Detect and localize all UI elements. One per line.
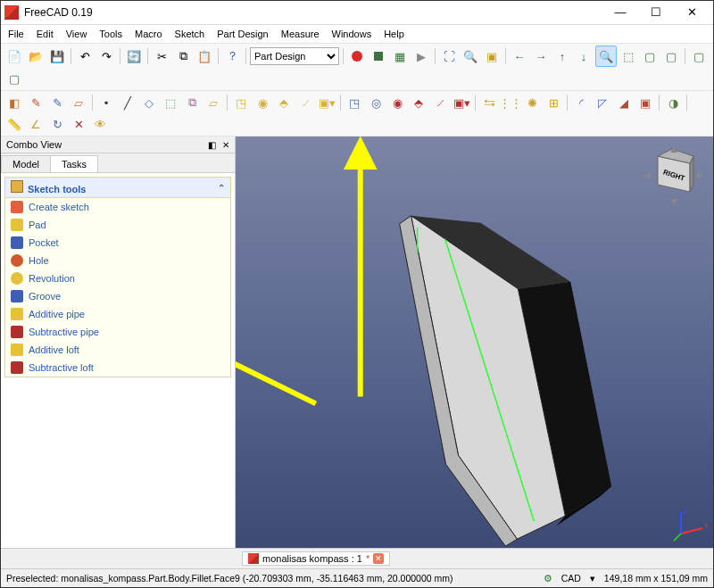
top-view-icon[interactable]: ▢ [661,46,681,66]
iso-view-icon[interactable]: ⬚ [619,46,638,66]
right-view-icon[interactable]: ▢ [689,46,709,66]
menu-edit[interactable]: Edit [31,27,59,41]
workbench-selector[interactable]: Part Design [250,47,339,65]
app-title: FreeCAD 0.19 [24,6,602,19]
fit-all-icon[interactable]: ⛶ [439,46,459,66]
panel-float-icon[interactable]: ◧ [208,140,216,150]
chamfer-icon[interactable]: ◸ [593,93,612,112]
3d-viewport[interactable]: RIGHT Y Z [236,137,713,548]
menu-macro[interactable]: Macro [129,27,168,41]
tool-hole[interactable]: Hole [5,252,230,269]
menu-tools[interactable]: Tools [94,27,128,41]
front-view-icon[interactable]: ▢ [640,46,660,66]
point-icon[interactable]: • [96,93,116,112]
tool-label: Additive pipe [29,309,85,319]
measure-linear-icon[interactable]: 📏 [4,114,24,134]
fit-selection-icon[interactable]: 🔍 [461,46,480,66]
menu-view[interactable]: View [61,27,93,41]
close-button[interactable]: ✕ [674,3,710,22]
menu-measure[interactable]: Measure [276,27,325,41]
zoom-box-icon[interactable]: 🔍 [595,46,617,67]
macro-play-icon[interactable]: ▶ [411,46,431,66]
measure-refresh-icon[interactable]: ↻ [47,114,67,134]
mirror-icon[interactable]: ⮀ [479,93,499,112]
whats-this-icon[interactable]: ？ [222,46,242,66]
subtractive-loft-icon[interactable]: ⬘ [409,93,428,112]
tool-pocket[interactable]: Pocket [5,234,230,252]
menu-file[interactable]: File [3,27,29,41]
tab-model[interactable]: Model [1,155,51,172]
multitransform-icon[interactable]: ⊞ [544,93,563,112]
svg-marker-10 [348,142,373,167]
tool-create-sketch[interactable]: Create sketch [5,198,230,216]
save-file-icon[interactable]: 💾 [47,46,67,66]
measure-clear-icon[interactable]: ✕ [69,114,88,134]
panel-close-icon[interactable]: ✕ [222,140,229,150]
copy-icon[interactable]: ⧉ [173,46,193,66]
macro-list-icon[interactable]: ▦ [390,46,410,66]
open-file-icon[interactable]: 📂 [26,46,46,66]
polar-pattern-icon[interactable]: ✺ [522,93,542,112]
draft-icon[interactable]: ◢ [614,93,634,112]
clone-icon[interactable]: ⧉ [182,93,202,112]
collapse-icon[interactable]: ⌃ [218,183,225,193]
pocket-icon[interactable]: ◳ [345,93,364,112]
sketch-icon[interactable]: ✎ [26,93,46,112]
refresh-icon[interactable]: 🔄 [124,46,144,66]
undo-icon[interactable]: ↶ [75,46,95,66]
pad-icon[interactable]: ◳ [231,93,251,112]
macro-stop-icon[interactable] [369,46,388,66]
tool-groove[interactable]: Groove [5,287,230,305]
rear-view-icon[interactable]: ▢ [4,69,24,88]
map-sketch-icon[interactable]: ▱ [69,93,88,112]
hole-icon[interactable]: ◎ [366,93,386,112]
additive-loft-icon[interactable]: ⬘ [274,93,294,112]
menu-help[interactable]: Help [378,27,410,41]
svg-line-21 [681,528,702,534]
additive-primitive-icon[interactable]: ▣▾ [317,93,336,112]
arrow-left-icon[interactable]: ← [510,46,529,66]
subtractive-primitive-icon[interactable]: ▣▾ [452,93,471,112]
menu-sketch[interactable]: Sketch [170,27,211,41]
revolution-icon[interactable]: ◉ [253,93,272,112]
fillet-icon[interactable]: ◜ [571,93,591,112]
menu-windows[interactable]: Windows [327,27,378,41]
annotation-arrow-toolbar [348,142,373,396]
tab-tasks[interactable]: Tasks [50,155,98,172]
cut-icon[interactable]: ✂ [152,46,171,66]
svg-marker-15 [690,156,693,192]
arrow-right-icon[interactable]: → [531,46,551,66]
arrow-up-icon[interactable]: ↑ [552,46,572,66]
tool-subtractive-loft[interactable]: Subtractive loft [5,359,230,377]
additive-pipe-icon[interactable]: ⟋ [295,93,315,112]
navigation-cube[interactable]: RIGHT [642,144,706,208]
menu-part-design[interactable]: Part Design [212,27,273,41]
measure-toggle-icon[interactable]: 👁 [90,114,110,134]
new-file-icon[interactable]: 📄 [4,46,24,66]
body-icon[interactable]: ◧ [4,93,24,112]
edit-sketch-icon[interactable]: ✎ [47,93,67,112]
arrow-down-icon[interactable]: ↓ [574,46,594,66]
draw-style-icon[interactable]: ▣ [482,46,502,66]
boolean-icon[interactable]: ◑ [663,93,683,112]
sketch-tools-header[interactable]: Sketch tools ⌃ [5,178,230,198]
subtractive-pipe-icon[interactable]: ⟋ [430,93,450,112]
macro-record-icon[interactable] [347,46,367,66]
minimize-button[interactable]: — [602,3,638,22]
line-icon[interactable]: ╱ [118,93,137,112]
redo-icon[interactable]: ↷ [96,46,116,66]
tool-additive-loft[interactable]: Additive loft [5,341,230,359]
thickness-icon[interactable]: ▣ [635,93,655,112]
shape-binder-icon[interactable]: ◇ [139,93,159,112]
maximize-button[interactable]: ☐ [638,3,674,22]
linear-pattern-icon[interactable]: ⋮⋮ [501,93,520,112]
tool-revolution[interactable]: Revolution [5,269,230,287]
sub-shape-binder-icon[interactable]: ⬚ [161,93,180,112]
tool-additive-pipe[interactable]: Additive pipe [5,305,230,323]
datum-plane-icon[interactable]: ▱ [203,93,223,112]
tool-pad[interactable]: Pad [5,216,230,234]
measure-angular-icon[interactable]: ∠ [26,114,46,134]
groove-icon[interactable]: ◉ [387,93,407,112]
tool-subtractive-pipe[interactable]: Subtractive pipe [5,323,230,341]
paste-icon[interactable]: 📋 [195,46,214,66]
